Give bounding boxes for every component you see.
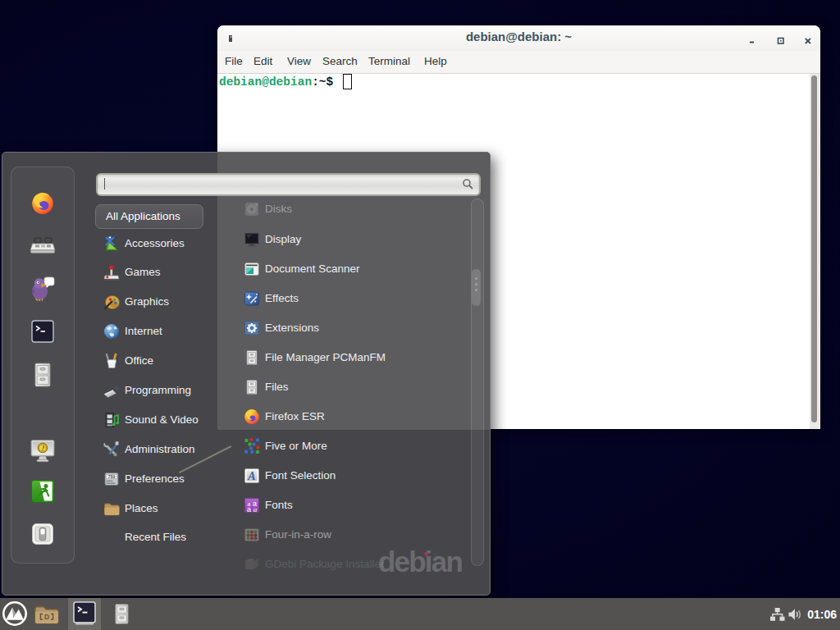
svg-text:a: a	[247, 504, 251, 513]
svg-text:A: A	[247, 470, 255, 482]
svg-text:789: 789	[107, 474, 115, 479]
svg-text:a: a	[253, 504, 258, 513]
svg-text:D: D	[44, 613, 49, 621]
